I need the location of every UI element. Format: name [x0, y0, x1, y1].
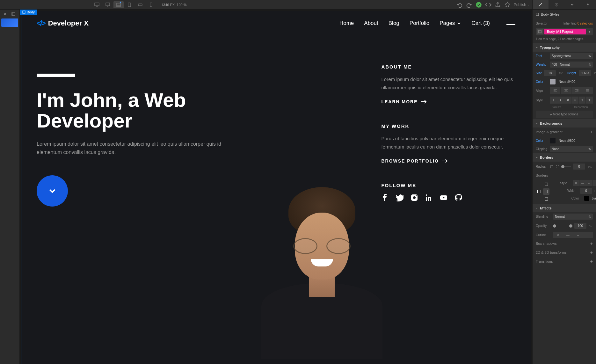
add-transition[interactable]: + [590, 259, 593, 264]
font-size-input[interactable] [544, 70, 556, 76]
device-laptop[interactable]: ★ [113, 1, 124, 8]
device-desktop[interactable] [103, 1, 113, 8]
tab-interactions[interactable] [580, 0, 596, 10]
align-right[interactable] [571, 87, 582, 94]
more-icon[interactable]: ⋯ [589, 12, 593, 16]
element-icon [537, 29, 543, 34]
svg-rect-3 [128, 3, 131, 7]
chevron-down-icon[interactable]: ▾ [587, 30, 592, 34]
clipping-select[interactable]: None⇅ [550, 146, 593, 152]
align-left[interactable] [550, 87, 560, 94]
svg-point-9 [572, 4, 573, 5]
device-mobile-landscape[interactable] [135, 1, 145, 8]
scroll-down-button[interactable] [37, 175, 68, 207]
hero-image[interactable] [215, 68, 429, 359]
align-justify[interactable] [582, 87, 593, 94]
tab-settings[interactable] [549, 0, 564, 10]
hero-description[interactable]: Lorem ipsum dolor sit amet consectetur a… [37, 140, 238, 156]
decoration-underline[interactable]: T [579, 97, 586, 104]
opacity-slider[interactable] [553, 226, 572, 226]
hero-title[interactable]: I'm John, a Web Developer [37, 90, 238, 131]
add-transform[interactable]: + [590, 250, 593, 255]
nav-blog[interactable]: Blog [389, 20, 399, 26]
device-mobile[interactable] [146, 1, 156, 8]
more-type-options[interactable]: ▸ More type options [536, 111, 593, 118]
style-regular[interactable]: I [550, 97, 557, 104]
radius-all-icon[interactable] [550, 165, 554, 169]
device-tablet[interactable] [124, 1, 134, 8]
device-desktop-xl[interactable] [92, 1, 102, 8]
border-right[interactable] [550, 188, 557, 195]
outline-solid[interactable]: — [563, 232, 573, 238]
audit-icon[interactable] [504, 2, 511, 8]
panel-toggle-icon[interactable] [10, 11, 17, 17]
close-icon[interactable]: ✕ [1, 11, 9, 17]
border-dashed[interactable]: -- [586, 180, 592, 186]
code-icon[interactable] [485, 2, 491, 8]
design-canvas[interactable]: </> Developer X Home About Blog Portfoli… [21, 11, 531, 364]
nav-home[interactable]: Home [339, 20, 354, 26]
section-borders[interactable]: Borders [533, 153, 596, 162]
nav-cart[interactable]: Cart (3) [471, 20, 490, 26]
radius-individual-icon[interactable] [556, 165, 559, 169]
youtube-icon[interactable] [440, 194, 447, 201]
page-thumbnail[interactable] [1, 18, 18, 27]
section-typography[interactable]: Typography [533, 43, 596, 52]
border-top[interactable] [543, 181, 549, 187]
nav-pages[interactable]: Pages [440, 20, 461, 26]
selector-count: 1 on this page, 21 on other pages. [533, 37, 596, 43]
outline-dashed[interactable]: -- [573, 232, 583, 238]
publish-button[interactable]: Publish ⌄ [514, 3, 530, 7]
border-solid[interactable]: — [579, 180, 586, 186]
selected-element-tag[interactable]: Body [20, 10, 37, 15]
github-icon[interactable] [454, 194, 462, 201]
border-bottom[interactable] [543, 196, 549, 202]
weight-select[interactable]: 400 - Normal⇅ [550, 62, 593, 68]
section-effects[interactable]: Effects [533, 204, 596, 212]
opacity-input[interactable] [574, 223, 586, 229]
border-color-swatch[interactable] [584, 196, 589, 201]
align-center[interactable] [561, 87, 571, 94]
bg-color-swatch[interactable] [550, 138, 556, 143]
add-shadow[interactable]: + [590, 241, 593, 246]
site-logo[interactable]: </> Developer X [37, 19, 89, 28]
selector-input[interactable]: Body (All Pages) ▾ [536, 28, 593, 35]
selector-tag[interactable]: Body (All Pages) [544, 29, 586, 34]
radius-slider[interactable] [561, 166, 571, 167]
add-background[interactable]: + [590, 129, 593, 135]
undo-icon[interactable] [456, 2, 463, 8]
outline-dotted[interactable]: ⋯ [583, 232, 593, 238]
site-header: </> Developer X Home About Blog Portfoli… [21, 11, 531, 35]
selector-label: Selector [536, 22, 548, 25]
export-icon[interactable] [495, 2, 501, 8]
style-italic[interactable]: I [557, 97, 564, 104]
tab-style-manager[interactable] [564, 0, 580, 10]
svg-rect-4 [138, 4, 142, 6]
section-backgrounds[interactable]: Backgrounds [533, 119, 596, 127]
redo-icon[interactable] [466, 2, 472, 8]
tab-style[interactable] [533, 0, 549, 10]
border-width-input[interactable] [580, 188, 592, 194]
outline-none[interactable]: ✕ [553, 232, 563, 238]
status-saved-icon[interactable] [476, 2, 482, 8]
blending-select[interactable]: Normal⇅ [553, 214, 593, 220]
nav-about[interactable]: About [364, 20, 378, 26]
line-height-input[interactable] [579, 70, 591, 76]
radius-input[interactable] [573, 164, 585, 170]
border-left[interactable] [536, 188, 542, 195]
svg-rect-1 [106, 3, 110, 6]
text-color-swatch[interactable] [550, 79, 556, 84]
border-dotted[interactable]: ⋯ [593, 180, 596, 186]
border-none[interactable]: ✕ [573, 180, 579, 186]
inheriting-info[interactable]: Inheriting 0 selectors [563, 22, 593, 25]
border-all[interactable] [543, 188, 549, 195]
nav-portfolio[interactable]: Portfolio [410, 20, 429, 26]
decoration-strike[interactable]: T [571, 97, 578, 104]
font-select[interactable]: Spacegrotesk⇅ [550, 53, 593, 59]
decoration-none[interactable]: ✕ [564, 97, 571, 104]
decoration-overline[interactable]: T [586, 97, 593, 104]
chevron-down-icon [457, 21, 461, 25]
menu-icon[interactable] [506, 22, 515, 25]
svg-point-7 [556, 4, 557, 5]
svg-rect-5 [150, 3, 152, 7]
